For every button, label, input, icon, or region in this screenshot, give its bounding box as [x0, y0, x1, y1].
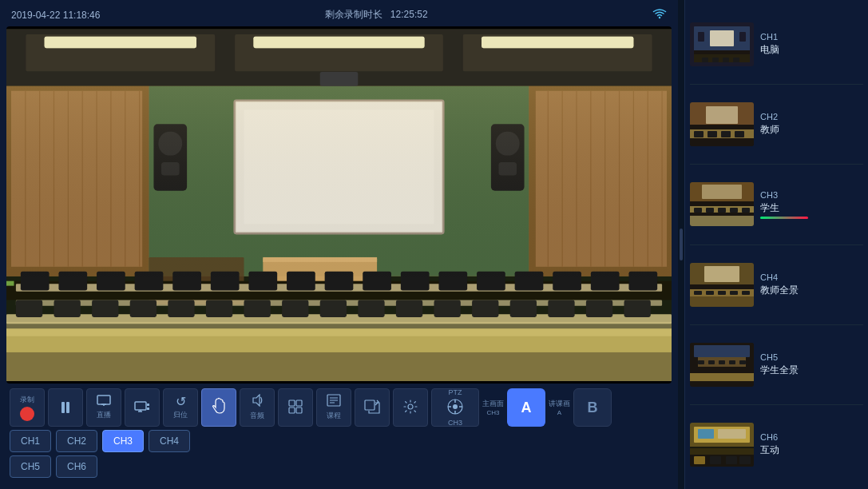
- main-screen-b-button[interactable]: B: [573, 388, 612, 427]
- channel-item-ch1[interactable]: CH1 电脑: [690, 5, 863, 85]
- ch6-info: CH6 互动: [760, 432, 863, 457]
- ch2-button[interactable]: CH2: [56, 430, 97, 452]
- ch3-name: 学生: [760, 201, 863, 215]
- svg-rect-148: [730, 208, 738, 213]
- svg-rect-121: [739, 32, 746, 42]
- svg-rect-71: [54, 300, 81, 317]
- live-icon: [97, 395, 111, 408]
- ptz-button[interactable]: PTZ CH3: [431, 388, 479, 427]
- ch4-info: CH4 教师全景: [760, 272, 863, 297]
- screen-button[interactable]: [125, 388, 160, 427]
- settings-button[interactable]: [393, 388, 428, 427]
- svg-rect-90: [6, 281, 14, 286]
- svg-rect-147: [718, 208, 726, 213]
- svg-rect-155: [690, 296, 754, 307]
- svg-rect-170: [729, 360, 735, 364]
- svg-rect-124: [702, 58, 708, 62]
- ch3-info: CH3 学生: [760, 190, 863, 219]
- ch1-button[interactable]: CH1: [10, 430, 51, 452]
- ch1-info: CH1 电脑: [760, 32, 863, 57]
- svg-rect-149: [742, 208, 750, 213]
- top-bar: 2019-04-22 11:18:46 剩余录制时长 12:25:52: [6, 6, 672, 23]
- svg-rect-157: [706, 291, 714, 295]
- svg-rect-82: [472, 300, 498, 317]
- overlay-button[interactable]: 课程: [316, 388, 351, 427]
- pause-icon: [61, 402, 69, 413]
- svg-rect-159: [730, 291, 738, 295]
- ch2-number: CH2: [760, 112, 863, 121]
- audio-icon: [251, 394, 264, 409]
- ch1-name: 电脑: [760, 43, 863, 57]
- overlay-label: 课程: [327, 411, 341, 421]
- record-icon: [20, 407, 34, 421]
- svg-rect-169: [719, 360, 725, 364]
- ch2-info: CH2 教师: [760, 112, 863, 137]
- video-container: [6, 26, 672, 384]
- svg-rect-80: [396, 300, 422, 317]
- ch5-name: 学生全景: [760, 364, 863, 377]
- svg-rect-181: [726, 456, 737, 464]
- pause-button[interactable]: [48, 388, 83, 427]
- main-screen-label: 主画面: [482, 399, 504, 409]
- divider-handle[interactable]: [680, 229, 683, 260]
- svg-rect-125: [712, 58, 719, 62]
- svg-rect-135: [707, 131, 717, 137]
- channel-item-ch5[interactable]: CH5 学生全景: [690, 325, 863, 405]
- audio-label: 音频: [250, 411, 264, 421]
- channel-item-ch6[interactable]: CH6 互动: [690, 405, 863, 484]
- svg-rect-103: [289, 408, 295, 413]
- ch5-button[interactable]: CH5: [10, 455, 51, 478]
- channel-buttons: CH1 CH2 CH3 CH4 CH5: [10, 430, 190, 478]
- ch6-number: CH6: [760, 432, 863, 442]
- audio-button[interactable]: 音频: [240, 388, 275, 427]
- overlay-icon: [327, 394, 341, 409]
- svg-rect-133: [690, 138, 754, 146]
- touch-icon: [212, 397, 226, 419]
- enhance-button[interactable]: [355, 388, 390, 427]
- touch-button[interactable]: [201, 388, 236, 427]
- svg-rect-96: [135, 402, 146, 410]
- svg-rect-83: [510, 300, 537, 317]
- record-button[interactable]: 录制: [10, 388, 45, 427]
- right-panel: CH1 电脑 CH2: [684, 0, 868, 489]
- layout-icon: [288, 400, 303, 416]
- svg-rect-78: [320, 300, 347, 317]
- svg-rect-167: [698, 360, 704, 364]
- ab-section: 主画面 CH3 A 讲课画 A B: [482, 388, 612, 427]
- svg-rect-81: [434, 300, 461, 317]
- svg-rect-98: [147, 408, 149, 410]
- svg-rect-134: [694, 131, 704, 137]
- channel-item-ch4[interactable]: CH4 教师全景: [690, 245, 863, 325]
- layout-button[interactable]: [278, 388, 313, 427]
- svg-rect-158: [718, 291, 726, 295]
- ch5-number: CH5: [760, 352, 863, 362]
- svg-rect-93: [97, 396, 110, 404]
- svg-rect-92: [6, 86, 672, 276]
- ch6-button[interactable]: CH6: [56, 455, 97, 478]
- live-button[interactable]: 直播: [86, 388, 121, 427]
- ch1-number: CH1: [760, 32, 863, 42]
- svg-rect-182: [739, 456, 751, 464]
- channel-item-ch3[interactable]: CH3 学生: [690, 165, 863, 245]
- svg-rect-140: [702, 185, 742, 199]
- ch3-thumbnail: [690, 182, 754, 226]
- channel-item-ch2[interactable]: CH2 教师: [690, 85, 863, 165]
- svg-rect-166: [690, 373, 754, 381]
- ch3-indicator: [760, 217, 808, 219]
- rewind-label: 归位: [173, 410, 188, 420]
- svg-rect-153: [690, 284, 754, 289]
- rewind-button[interactable]: ↺ 归位: [163, 388, 198, 427]
- svg-rect-175: [698, 429, 714, 439]
- sub-screen-sublabel: A: [557, 409, 561, 416]
- svg-rect-74: [168, 300, 194, 317]
- svg-rect-144: [690, 216, 754, 226]
- settings-icon: [403, 400, 418, 416]
- ch4-button[interactable]: CH4: [149, 430, 190, 452]
- svg-rect-89: [6, 352, 672, 381]
- ch6-name: 互动: [760, 443, 863, 457]
- svg-rect-97: [147, 404, 149, 406]
- main-screen-a-button[interactable]: A: [507, 388, 545, 427]
- ch3-button[interactable]: CH3: [102, 430, 144, 452]
- svg-point-112: [453, 404, 458, 409]
- svg-point-110: [408, 404, 413, 409]
